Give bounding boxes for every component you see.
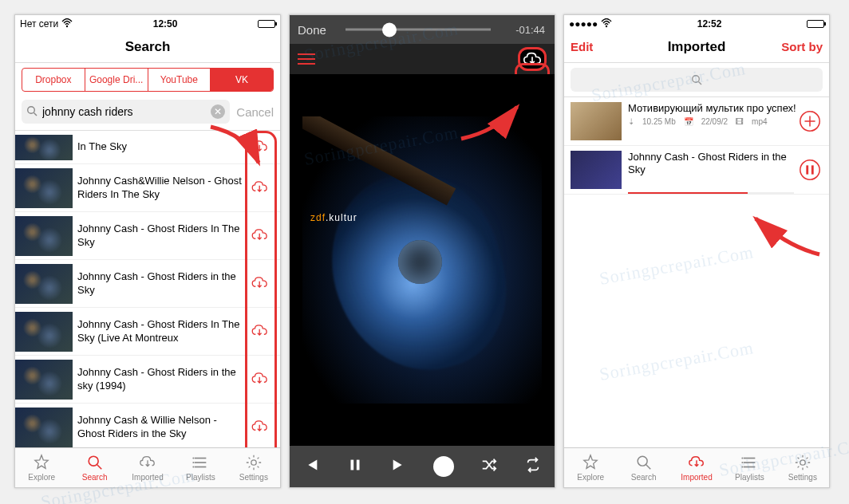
result-title: Johnny Cash - Ghost Riders in the sky (1… xyxy=(77,366,248,392)
tab-imported[interactable]: Imported xyxy=(670,448,723,487)
result-title: Johnny Cash - Ghost Riders in the Sky xyxy=(77,270,248,297)
menu-icon[interactable] xyxy=(298,50,315,68)
battery-icon xyxy=(807,20,824,28)
repeat-button[interactable] xyxy=(524,456,542,477)
result-row[interactable]: Johnny Cash&Willie Nelson - Ghost Riders… xyxy=(15,164,280,212)
download-button[interactable] xyxy=(248,320,272,344)
result-title: Johnny Cash - Ghost Riders In The Sky (L… xyxy=(77,318,248,345)
svg-point-23 xyxy=(638,456,647,466)
tab-label: Search xyxy=(82,473,108,482)
source-tab-vk[interactable]: VK xyxy=(211,69,273,91)
pause-button[interactable] xyxy=(797,157,823,183)
wifi-icon xyxy=(601,18,612,30)
item-format: mp4 xyxy=(752,117,767,128)
scrubber-knob[interactable] xyxy=(382,22,397,37)
result-row[interactable]: In The Sky xyxy=(15,131,280,164)
svg-point-29 xyxy=(742,462,744,463)
result-row[interactable]: Johnny Cash - Ghost Riders In The Sky xyxy=(15,212,280,260)
result-row[interactable]: Johnny Cash - Ghost Riders in the sky (1… xyxy=(15,356,280,404)
player-controls xyxy=(290,446,555,487)
download-speed-icon: ⇣ xyxy=(628,117,634,128)
tab-label: Settings xyxy=(788,473,817,482)
svg-point-28 xyxy=(742,458,744,459)
download-button[interactable] xyxy=(248,368,272,392)
done-button[interactable]: Done xyxy=(298,23,326,37)
source-tab-dropbox[interactable]: Dropbox xyxy=(22,69,85,91)
tab-explore[interactable]: Explore xyxy=(564,448,617,487)
result-thumb xyxy=(15,312,73,352)
tab-bar: Explore Search Imported Playlists Settin… xyxy=(15,447,280,487)
search-field[interactable]: ✕ xyxy=(22,100,230,124)
search-field[interactable] xyxy=(571,68,823,92)
pause-button[interactable] xyxy=(346,456,364,477)
result-row[interactable]: Johnny Cash - Ghost Riders in the Sky xyxy=(15,260,280,308)
clock: 12:50 xyxy=(153,18,178,30)
battery-icon xyxy=(258,20,275,28)
tab-explore[interactable]: Explore xyxy=(15,448,68,487)
source-tabs: Dropbox Google Dri... YouTube VK xyxy=(22,68,274,92)
tab-settings[interactable]: Settings xyxy=(227,448,280,487)
download-cloud-button[interactable] xyxy=(518,47,547,71)
download-button[interactable] xyxy=(248,136,272,159)
source-tab-googledrive[interactable]: Google Dri... xyxy=(85,69,148,91)
video-area[interactable]: zdf.kultur xyxy=(290,74,555,446)
download-button[interactable] xyxy=(248,272,272,296)
scrubber[interactable] xyxy=(346,29,491,31)
tab-label: Explore xyxy=(28,473,55,482)
search-icon xyxy=(691,74,702,85)
shuffle-button[interactable] xyxy=(480,456,498,477)
download-progress xyxy=(628,192,794,194)
add-button[interactable] xyxy=(797,108,823,134)
sort-button[interactable]: Sort by xyxy=(775,31,829,62)
prev-button[interactable] xyxy=(302,456,320,477)
item-date: 22/09/2 xyxy=(701,117,728,128)
svg-point-30 xyxy=(742,467,744,468)
download-button[interactable] xyxy=(248,176,272,200)
svg-rect-12 xyxy=(350,460,353,471)
svg-point-9 xyxy=(193,462,195,463)
item-thumb xyxy=(571,102,622,140)
page-title: Imported xyxy=(668,39,726,55)
svg-rect-22 xyxy=(811,165,814,174)
tab-settings[interactable]: Settings xyxy=(776,448,829,487)
item-size: 10.25 Mb xyxy=(642,117,676,128)
result-row[interactable]: Johnny Cash - Ghost Riders In The Sky (L… xyxy=(15,308,280,356)
search-input[interactable] xyxy=(42,105,206,118)
result-title: Johnny Cash - Ghost Riders In The Sky xyxy=(77,222,248,249)
imported-item[interactable]: Johnny Cash - Ghost Riders in the Sky xyxy=(564,146,829,195)
item-thumb xyxy=(571,151,622,189)
download-button[interactable] xyxy=(248,224,272,248)
tab-label: Imported xyxy=(132,473,163,482)
source-tab-youtube[interactable]: YouTube xyxy=(148,69,211,91)
tab-label: Search xyxy=(631,473,657,482)
tab-imported[interactable]: Imported xyxy=(121,448,174,487)
tab-playlists[interactable]: Playlists xyxy=(723,448,776,487)
tab-search[interactable]: Search xyxy=(617,448,669,487)
wifi-icon xyxy=(61,18,73,30)
svg-point-3 xyxy=(89,456,98,466)
result-title: In The Sky xyxy=(77,140,248,153)
format-icon: 🎞 xyxy=(736,117,744,128)
edit-button[interactable]: Edit xyxy=(564,31,599,62)
result-thumb xyxy=(15,135,73,160)
tab-search[interactable]: Search xyxy=(68,448,120,487)
svg-rect-21 xyxy=(806,165,808,174)
svg-point-15 xyxy=(693,76,700,83)
result-thumb xyxy=(15,408,73,447)
tab-label: Imported xyxy=(681,473,712,482)
clear-icon[interactable]: ✕ xyxy=(211,104,225,119)
svg-point-14 xyxy=(606,25,607,26)
download-button[interactable] xyxy=(248,415,272,439)
result-row[interactable]: Johnny Cash & Willie Nelson - Ghost Ride… xyxy=(15,404,280,447)
channel-logo: zdf.kultur xyxy=(310,212,357,223)
header: Search xyxy=(15,31,280,63)
svg-line-4 xyxy=(97,465,101,470)
time-remaining: -01:44 xyxy=(515,24,545,36)
imported-item[interactable]: Мотивирующий мультик про успех! ⇣ 10.25 … xyxy=(564,97,829,146)
cancel-button[interactable]: Cancel xyxy=(236,105,274,119)
tab-playlists[interactable]: Playlists xyxy=(174,448,227,487)
svg-point-11 xyxy=(251,460,256,465)
item-title: Мотивирующий мультик про успех! xyxy=(628,102,797,115)
next-button[interactable] xyxy=(390,456,408,477)
svg-line-16 xyxy=(699,82,702,85)
